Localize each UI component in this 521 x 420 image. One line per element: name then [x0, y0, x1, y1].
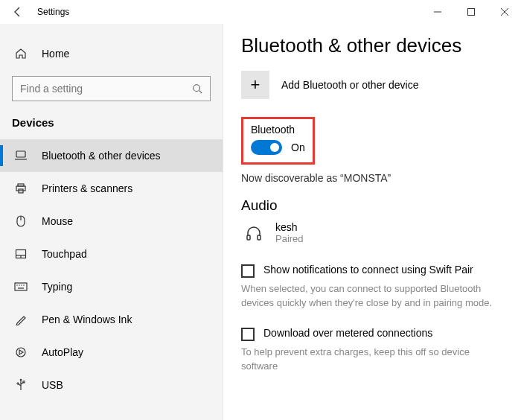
home-link[interactable]: Home [0, 39, 223, 69]
sidebar-item-bluetooth[interactable]: Bluetooth & other devices [0, 139, 223, 172]
bluetooth-toggle[interactable] [251, 140, 282, 155]
sidebar-item-pen[interactable]: Pen & Windows Ink [0, 303, 223, 336]
metered-label: Download over metered connections [263, 327, 432, 339]
svg-rect-7 [16, 186, 25, 191]
search-input[interactable] [20, 83, 192, 95]
bluetooth-highlight: Bluetooth On [241, 117, 315, 165]
svg-rect-14 [15, 283, 27, 290]
svg-line-3 [199, 91, 202, 94]
laptop-icon [12, 150, 30, 162]
swift-pair-checkbox-row[interactable]: Show notifications to connect using Swif… [241, 264, 503, 278]
back-button[interactable] [6, 0, 30, 24]
home-label: Home [42, 48, 69, 60]
sidebar-item-label: Bluetooth & other devices [42, 150, 161, 162]
svg-point-2 [194, 85, 200, 92]
device-status: Paired [275, 233, 304, 244]
svg-point-22 [20, 379, 22, 381]
sidebar-item-label: AutoPlay [42, 346, 83, 358]
maximize-button[interactable] [454, 0, 488, 24]
sidebar-item-printers[interactable]: Printers & scanners [0, 172, 223, 205]
sidebar-item-touchpad[interactable]: Touchpad [0, 238, 223, 270]
mouse-icon [12, 214, 30, 228]
svg-rect-1 [467, 9, 474, 16]
sidebar: Home Devices Bluetooth & other devices [0, 24, 223, 420]
printer-icon [12, 182, 30, 194]
checkbox-icon [241, 264, 255, 278]
main-content: Bluetooth & other devices + Add Bluetoot… [223, 24, 521, 420]
titlebar: Settings [0, 0, 521, 24]
headphones-icon [241, 224, 266, 242]
bluetooth-state: On [291, 141, 305, 153]
checkbox-icon [241, 328, 255, 341]
sidebar-item-autoplay[interactable]: AutoPlay [0, 336, 223, 369]
plus-icon: + [241, 71, 269, 99]
svg-rect-25 [247, 235, 250, 240]
minimize-button[interactable] [421, 0, 454, 24]
keyboard-icon [12, 282, 30, 291]
page-title: Bluetooth & other devices [241, 34, 503, 57]
home-icon [12, 48, 30, 60]
sidebar-item-typing[interactable]: Typing [0, 270, 223, 303]
svg-rect-24 [23, 381, 25, 383]
sidebar-item-usb[interactable]: USB [0, 369, 223, 401]
sidebar-item-label: Printers & scanners [42, 182, 132, 194]
sidebar-item-label: Mouse [42, 215, 73, 227]
add-device-label: Add Bluetooth or other device [281, 79, 418, 91]
svg-point-20 [16, 348, 25, 357]
device-name: kesh [275, 221, 304, 233]
audio-header: Audio [241, 197, 503, 214]
sidebar-item-mouse[interactable]: Mouse [0, 205, 223, 238]
metered-help: To help prevent extra charges, keep this… [241, 346, 503, 374]
touchpad-icon [12, 249, 30, 259]
autoplay-icon [12, 346, 30, 358]
pen-icon [12, 314, 30, 325]
sidebar-item-label: Touchpad [42, 248, 87, 260]
svg-rect-4 [16, 151, 25, 157]
sidebar-section-title: Devices [0, 112, 223, 139]
search-icon [192, 83, 202, 94]
usb-icon [12, 378, 30, 392]
search-box[interactable] [12, 76, 211, 101]
close-button[interactable] [488, 0, 521, 24]
svg-rect-26 [258, 235, 260, 240]
sidebar-item-label: Pen & Windows Ink [42, 314, 132, 325]
discoverable-text: Now discoverable as “MONSTA” [241, 172, 503, 184]
audio-device-row[interactable]: kesh Paired [241, 221, 503, 244]
add-device-row[interactable]: + Add Bluetooth or other device [241, 71, 503, 99]
window-title: Settings [37, 7, 69, 17]
swift-pair-label: Show notifications to connect using Swif… [263, 264, 473, 276]
bluetooth-label: Bluetooth [251, 124, 305, 136]
metered-checkbox-row[interactable]: Download over metered connections [241, 327, 503, 341]
sidebar-item-label: Typing [42, 281, 72, 293]
swift-pair-help: When selected, you can connect to suppor… [241, 282, 503, 311]
sidebar-item-label: USB [42, 379, 63, 391]
